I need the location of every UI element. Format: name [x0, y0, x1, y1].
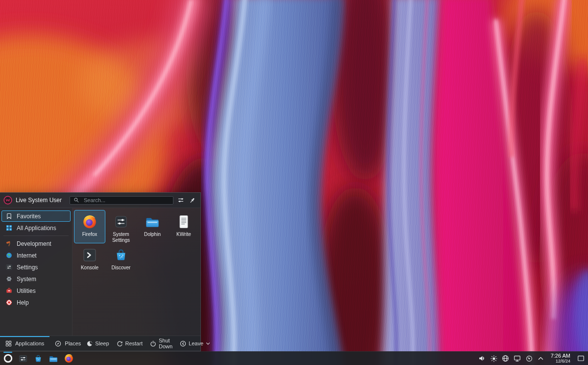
tab-label: Applications [15, 340, 44, 346]
sidebar-label: All Applications [17, 225, 56, 232]
app-launcher-icon [3, 353, 13, 364]
leave-icon [180, 340, 186, 347]
system-settings-icon [113, 214, 129, 230]
app-label: KWrite [176, 232, 191, 237]
firefox-icon [82, 214, 98, 230]
sidebar-item-help[interactable]: Help [1, 297, 71, 308]
digital-clock[interactable]: 7:26 AM 12/6/24 [551, 353, 570, 364]
konsole-icon [82, 247, 98, 263]
sliders-icon [5, 264, 12, 271]
app-tile-kwrite[interactable]: KWrite [168, 210, 199, 243]
show-desktop-button[interactable] [577, 354, 585, 363]
tab-applications[interactable]: Applications [0, 336, 49, 351]
sleep-button[interactable]: Sleep [86, 340, 109, 347]
sort-icon[interactable] [177, 196, 185, 204]
status-icon[interactable] [525, 355, 533, 363]
restart-icon [117, 340, 123, 347]
search-field[interactable] [70, 196, 173, 205]
taskbar-firefox-button[interactable] [63, 353, 74, 364]
dolphin-icon [145, 214, 160, 230]
globe-icon [5, 252, 12, 259]
shut-down-button[interactable]: Shut Down [150, 338, 172, 349]
gear-icon [5, 276, 12, 283]
sidebar-label: Help [17, 299, 29, 306]
sidebar-item-all-applications[interactable]: All Applications [1, 222, 71, 234]
sidebar-label: Favorites [17, 213, 41, 220]
app-label: Dolphin [144, 232, 161, 237]
search-icon [73, 196, 80, 204]
clock-date: 12/6/24 [551, 359, 570, 364]
bookmark-icon [5, 213, 12, 220]
app-label: System Settings [106, 232, 136, 243]
sidebar-item-development[interactable]: Development [1, 238, 71, 249]
grid-icon [5, 340, 12, 347]
compass-icon [55, 340, 61, 347]
session-label: Restart [125, 340, 143, 346]
app-label: Firefox [82, 232, 98, 237]
launcher-footer: Applications Places Sleep [0, 336, 200, 351]
app-label: Konsole [81, 265, 98, 271]
app-tile-discover[interactable]: Discover [105, 243, 137, 277]
network-icon[interactable] [502, 355, 510, 363]
app-tile-firefox[interactable]: Firefox [74, 210, 105, 243]
app-launcher-button[interactable] [2, 353, 13, 364]
app-tile-system-settings[interactable]: System Settings [105, 210, 137, 243]
sidebar-item-internet[interactable]: Internet [1, 250, 71, 261]
session-buttons: Sleep Restart Shut Down [86, 338, 215, 349]
taskbar-dolphin-button[interactable] [48, 353, 59, 364]
taskbar-discover-button[interactable] [33, 353, 44, 364]
volume-icon[interactable] [478, 355, 486, 363]
expand-arrow-icon[interactable] [537, 355, 545, 363]
taskbar-panel: 7:26 AM 12/6/24 [0, 351, 588, 365]
chevron-down-icon [206, 342, 210, 345]
firefox-icon [64, 353, 74, 364]
sidebar-item-favorites[interactable]: Favorites [1, 210, 71, 222]
session-label: Sleep [95, 340, 109, 346]
discover-icon [113, 247, 129, 263]
sidebar-item-settings[interactable]: Settings [1, 261, 71, 273]
tab-label: Places [65, 340, 81, 346]
discover-icon [33, 354, 43, 364]
user-name: Live System User [16, 197, 62, 204]
power-icon [150, 340, 156, 347]
launcher-header: Live System User [0, 193, 200, 208]
pin-icon[interactable] [188, 196, 196, 204]
sidebar-label: System [17, 276, 36, 283]
app-grid: Firefox System Settings [73, 208, 201, 336]
sidebar-item-system[interactable]: System [1, 273, 71, 285]
lifebuoy-icon [5, 299, 12, 306]
launcher-sidebar: Favorites All Applications [0, 208, 73, 336]
tab-places[interactable]: Places [49, 336, 86, 351]
sleep-icon [86, 340, 93, 347]
sidebar-label: Settings [17, 264, 38, 271]
application-launcher-menu: Live System User [0, 192, 201, 351]
hammer-icon [5, 240, 12, 247]
search-input[interactable] [83, 197, 171, 204]
sidebar-label: Internet [17, 252, 37, 259]
brightness-icon[interactable] [490, 355, 498, 363]
leave-button[interactable]: Leave [180, 340, 210, 347]
app-label: Discover [112, 265, 131, 271]
clock-time: 7:26 AM [551, 353, 570, 359]
user-avatar[interactable] [3, 196, 12, 205]
taskbar-system-settings-button[interactable] [18, 353, 28, 364]
sidebar-separator [3, 235, 69, 236]
system-tray: 7:26 AM 12/6/24 [478, 353, 585, 364]
session-label: Shut Down [159, 338, 172, 349]
sidebar-label: Development [17, 240, 51, 247]
app-tile-dolphin[interactable]: Dolphin [137, 210, 168, 243]
toolbox-icon [5, 287, 12, 294]
restart-button[interactable]: Restart [117, 340, 143, 347]
app-tile-konsole[interactable]: Konsole [74, 243, 105, 277]
system-settings-icon [18, 354, 28, 364]
sidebar-label: Utilities [17, 287, 36, 294]
session-label: Leave [189, 340, 203, 346]
kwrite-icon [176, 214, 192, 230]
grid-blue-icon [5, 225, 12, 232]
display-icon[interactable] [514, 355, 521, 363]
dolphin-icon [49, 354, 58, 364]
sidebar-item-utilities[interactable]: Utilities [1, 285, 71, 296]
